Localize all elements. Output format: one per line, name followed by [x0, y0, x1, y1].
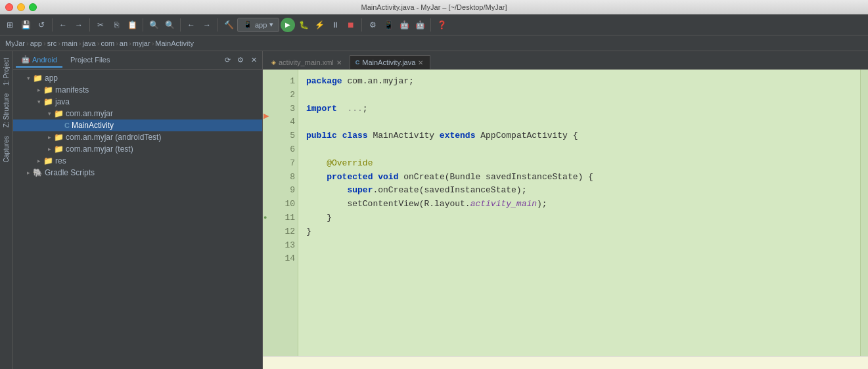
- breadcrumb-an[interactable]: an: [120, 39, 127, 47]
- folder-icon-res: 📁: [43, 156, 53, 165]
- tree-item-test[interactable]: ▸ 📁 com.an.myjar (test): [13, 143, 262, 155]
- title-bar: MainActivity.java - MyJar – [~/Desktop/M…: [0, 0, 868, 14]
- toolbar-search2[interactable]: 🔍: [162, 18, 177, 32]
- tab-main-activity-java[interactable]: C MainActivity.java ✕: [350, 55, 431, 69]
- toolbar-sync[interactable]: ↺: [34, 18, 49, 32]
- tab-java-close[interactable]: ✕: [418, 59, 423, 66]
- breadcrumb-main[interactable]: main: [62, 39, 78, 47]
- code-editor: ▶ ● 1 2 3 4 5 6 7 8 9 10 11 12 13 14 pa: [263, 70, 868, 356]
- breadcrumb-sep-4: ›: [79, 39, 81, 47]
- toolbar-stop[interactable]: ⏹: [344, 18, 358, 32]
- left-gutter: ▶ ●: [263, 70, 272, 356]
- breadcrumb-sep-7: ›: [129, 39, 131, 47]
- tree-item-java[interactable]: ▾ 📁 java: [13, 96, 262, 108]
- gradle-icon: 🐘: [33, 168, 43, 177]
- tree-label-manifests: manifests: [55, 85, 89, 95]
- app-body: 1: Project Z: Structure Captures 🤖 Andro…: [0, 51, 868, 369]
- folder-icon-package: 📁: [54, 109, 64, 118]
- toolbar-android2[interactable]: 🤖: [413, 18, 427, 32]
- separator-4: [180, 18, 181, 32]
- toolbar-help[interactable]: ❓: [434, 18, 449, 32]
- breadcrumb-app[interactable]: app: [30, 39, 42, 47]
- breadcrumb-bar: MyJar › app › src › main › java › com › …: [0, 35, 868, 51]
- main-toolbar: ⊞ 💾 ↺ ← → ✂ ⎘ 📋 🔍 🔍 ← → 🔨 📱 app ▾ ▶ 🐛 ⚡ …: [0, 14, 868, 35]
- tab-xml-label: activity_main.xml: [279, 58, 334, 66]
- toolbar-avd[interactable]: 📱: [381, 18, 396, 32]
- window-title: MainActivity.java - MyJar – [~/Desktop/M…: [361, 3, 507, 11]
- run-button[interactable]: ▶: [281, 18, 295, 32]
- tree-item-mainactivity[interactable]: C MainActivity: [13, 119, 262, 131]
- breadcrumb-sep-2: ›: [43, 39, 46, 47]
- panel-close-btn[interactable]: ✕: [248, 54, 260, 66]
- line-num-11: 11: [272, 211, 295, 225]
- toolbar-cut[interactable]: ✂: [93, 18, 108, 32]
- app-selector-arrow: ▾: [269, 20, 273, 29]
- panel-sync-btn[interactable]: ⟳: [221, 54, 233, 66]
- breadcrumb-sep-6: ›: [116, 39, 118, 47]
- separator-5: [217, 18, 218, 32]
- gutter-marker-circle: ●: [263, 214, 267, 221]
- tree-item-gradle[interactable]: ▸ 🐘 Gradle Scripts: [13, 167, 262, 179]
- bottom-hint-bar: [263, 356, 868, 369]
- tree-item-manifests[interactable]: ▸ 📁 manifests: [13, 84, 262, 96]
- line-num-12: 12: [272, 225, 295, 239]
- tree-label-java: java: [55, 97, 70, 106]
- breadcrumb-java[interactable]: java: [83, 39, 96, 47]
- java-icon-mainactivity: C: [64, 121, 70, 129]
- tree-item-app[interactable]: ▾ 📁 app: [13, 72, 262, 84]
- breadcrumb-com[interactable]: com: [101, 39, 114, 47]
- app-selector[interactable]: 📱 app ▾: [237, 18, 279, 32]
- vtab-captures[interactable]: Captures: [1, 132, 12, 167]
- folder-icon-manifests: 📁: [43, 85, 53, 95]
- toolbar-search[interactable]: 🔍: [147, 18, 161, 32]
- breadcrumb-myjar2[interactable]: myjar: [133, 39, 150, 47]
- line-num-9: 9: [272, 184, 295, 198]
- maximize-button[interactable]: [29, 3, 37, 11]
- toolbar-save[interactable]: 💾: [18, 18, 33, 32]
- toolbar-nav-next[interactable]: →: [200, 18, 214, 32]
- toolbar-debug[interactable]: 🐛: [296, 18, 311, 32]
- tab-xml-close[interactable]: ✕: [336, 59, 342, 66]
- vtab-project[interactable]: 1: Project: [1, 54, 12, 89]
- editor-tabs: ◈ activity_main.xml ✕ C MainActivity.jav…: [263, 51, 868, 70]
- toolbar-new[interactable]: ⊞: [3, 18, 17, 32]
- toolbar-forward[interactable]: →: [72, 18, 86, 32]
- tab-project-files[interactable]: Project Files: [65, 53, 116, 68]
- toolbar-sdk[interactable]: ⚙: [365, 18, 380, 32]
- app-selector-label: app: [255, 21, 267, 29]
- tab-activity-main-xml[interactable]: ◈ activity_main.xml ✕: [265, 55, 349, 69]
- tab-android[interactable]: 🤖 Android: [16, 53, 62, 68]
- java-tab-icon: C: [355, 59, 360, 66]
- breadcrumb-sep-3: ›: [58, 39, 60, 47]
- line-num-2: 2: [272, 89, 295, 102]
- toolbar-android1[interactable]: 🤖: [397, 18, 411, 32]
- tree-label-package: com.an.myjar: [66, 109, 113, 118]
- tree-item-package[interactable]: ▾ 📁 com.an.myjar: [13, 108, 262, 119]
- tree-label-androidtest: com.an.myjar (androidTest): [66, 133, 161, 142]
- code-content[interactable]: package com.an.myjar; import ...; public…: [298, 70, 860, 356]
- tree-item-androidtest[interactable]: ▸ 📁 com.an.myjar (androidTest): [13, 131, 262, 143]
- tree-item-res[interactable]: ▸ 📁 res: [13, 155, 262, 167]
- minimize-button[interactable]: [17, 3, 25, 11]
- toolbar-build[interactable]: 🔨: [221, 18, 236, 32]
- toolbar-copy[interactable]: ⎘: [109, 18, 124, 32]
- toolbar-apply-changes[interactable]: ⏸: [328, 18, 342, 32]
- line-num-1: 1: [272, 75, 295, 89]
- breadcrumb-myjar[interactable]: MyJar: [5, 39, 25, 47]
- app-selector-icon: 📱: [243, 20, 252, 29]
- vtab-structure[interactable]: Z: Structure: [1, 89, 12, 131]
- panel-settings-btn[interactable]: ⚙: [235, 54, 246, 66]
- toolbar-paste[interactable]: 📋: [125, 18, 139, 32]
- project-panel-header: 🤖 Android Project Files ⟳ ⚙ ✕: [13, 51, 262, 70]
- breadcrumb-sep-8: ›: [152, 39, 154, 47]
- folder-icon-androidtest: 📁: [54, 133, 64, 142]
- toolbar-back[interactable]: ←: [56, 18, 70, 32]
- toolbar-nav-prev[interactable]: ←: [184, 18, 198, 32]
- breadcrumb-mainactivity[interactable]: MainActivity: [155, 39, 194, 47]
- line-num-13: 13: [272, 239, 295, 253]
- breadcrumb-src[interactable]: src: [47, 39, 57, 47]
- close-button[interactable]: [5, 3, 13, 11]
- right-gutter: [860, 70, 868, 356]
- toolbar-profile[interactable]: ⚡: [312, 18, 327, 32]
- breadcrumb-sep-1: ›: [26, 39, 29, 47]
